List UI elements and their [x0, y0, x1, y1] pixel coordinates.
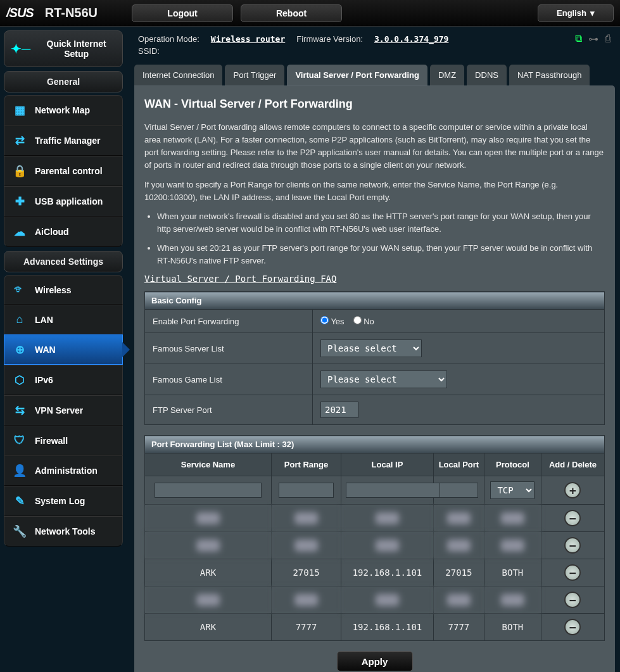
language-label: English: [557, 8, 586, 18]
nav-label: Administration: [35, 466, 98, 476]
pf-add-button[interactable]: +: [564, 482, 581, 498]
pf-cell: 7777: [433, 614, 484, 641]
pf-delete-button[interactable]: −: [564, 537, 581, 554]
note-bullet-1: When your network's firewall is disabled…: [157, 210, 605, 236]
nav-label: VPN Server: [35, 405, 83, 415]
pf-col-local-port: Local Port: [433, 453, 484, 476]
sidebar-item-traffic-manager[interactable]: ⇄Traffic Manager: [4, 125, 123, 156]
nav-label: IPv6: [35, 375, 53, 385]
reboot-button[interactable]: Reboot: [241, 4, 342, 22]
pf-col-protocol: Protocol: [484, 453, 541, 476]
apply-button[interactable]: Apply: [337, 651, 413, 671]
pf-delete-button[interactable]: −: [564, 564, 581, 581]
note-bullet-2: When you set 20:21 as your FTP server's …: [157, 242, 605, 267]
pf-cell: 192.168.1.101: [341, 614, 434, 641]
pf-col-port-range: Port Range: [272, 453, 341, 476]
famous-game-label: Famous Game List: [145, 364, 313, 395]
pf-delete-button[interactable]: −: [564, 592, 581, 608]
pf-protocol-select[interactable]: TCP: [490, 481, 535, 499]
pf-range-input[interactable]: [279, 483, 334, 498]
nav-icon: ⇄: [12, 134, 27, 148]
pf-delete-button[interactable]: −: [564, 510, 581, 526]
pf-localport-input[interactable]: [440, 483, 478, 498]
tab-ddns[interactable]: DDNS: [467, 65, 507, 86]
sidebar-item-wan[interactable]: ⊕WAN: [4, 334, 123, 365]
nav-icon: ✎: [12, 494, 27, 508]
op-mode-link[interactable]: Wireless router: [211, 34, 285, 44]
pf-cell: ████: [484, 505, 541, 532]
nav-label: Traffic Manager: [35, 136, 100, 146]
tab-nat-passthrough[interactable]: NAT Passthrough: [509, 65, 590, 86]
pf-cell: 27015: [272, 559, 341, 586]
nav-label: System Log: [35, 496, 85, 506]
nav-icon: 🛡: [12, 434, 27, 447]
tab-port-trigger[interactable]: Port Trigger: [225, 65, 284, 86]
tab-virtual-server-port-forwarding[interactable]: Virtual Server / Port Forwarding: [287, 65, 427, 86]
pf-cell: ████: [484, 586, 541, 614]
famous-server-label: Famous Server List: [145, 333, 313, 364]
sidebar-item-administration[interactable]: 👤Administration: [4, 455, 123, 486]
brand-logo: /SUS: [6, 6, 34, 20]
ftp-port-label: FTP Server Port: [145, 395, 313, 425]
no-text: No: [364, 317, 374, 326]
chevron-down-icon: ▾: [590, 8, 595, 18]
pf-cell: ████: [341, 532, 434, 559]
fw-version-link[interactable]: 3.0.0.4.374_979: [374, 34, 448, 44]
language-select[interactable]: English ▾: [538, 4, 614, 22]
nav-label: Parental control: [35, 166, 103, 176]
sidebar-item-system-log[interactable]: ✎System Log: [4, 486, 123, 516]
nav-icon: ✚: [12, 194, 27, 208]
nav-icon: 🔒: [12, 164, 27, 178]
nav-label: LAN: [35, 315, 53, 325]
ssid-label: SSID:: [138, 46, 160, 56]
sidebar-item-aicloud[interactable]: ☁AiCloud: [4, 217, 123, 247]
sidebar-item-lan[interactable]: ⌂LAN: [4, 305, 123, 334]
pf-cell: ████: [272, 505, 341, 532]
yes-text: Yes: [331, 317, 344, 326]
sidebar-item-parental-control[interactable]: 🔒Parental control: [4, 156, 123, 186]
sidebar-item-wireless[interactable]: ᯤWireless: [4, 275, 123, 305]
pf-cell: ████: [341, 586, 434, 614]
enable-pf-label: Enable Port Forwarding: [145, 310, 313, 333]
tab-internet-connection[interactable]: Internet Connection: [134, 65, 222, 86]
model-name: RT-N56U: [45, 6, 98, 20]
pf-cell: ████: [433, 586, 484, 614]
pf-service-input[interactable]: [155, 483, 261, 498]
nav-icon: ⬡: [12, 373, 27, 387]
pf-cell: 27015: [433, 559, 484, 586]
pf-col-add-delete: Add / Delete: [541, 453, 604, 476]
nav-icon: ⌂: [12, 313, 27, 326]
pf-localip-combo[interactable]: ▼: [346, 483, 428, 498]
pf-cell: 192.168.1.101: [341, 559, 434, 586]
enable-pf-yes[interactable]: Yes: [320, 316, 345, 326]
famous-game-select[interactable]: Please select: [320, 371, 447, 388]
pf-cell: 7777: [272, 614, 341, 641]
enable-pf-no[interactable]: No: [353, 316, 374, 326]
faq-link[interactable]: Virtual Server / Port Forwarding FAQ: [144, 274, 336, 284]
sidebar-item-ipv6[interactable]: ⬡IPv6: [4, 365, 123, 395]
usb-status-icon: ⊶: [588, 33, 598, 45]
quick-internet-setup[interactable]: ✦⁠─ Quick Internet Setup: [4, 30, 123, 67]
ftp-port-input[interactable]: [320, 402, 358, 418]
famous-server-select[interactable]: Please select: [320, 339, 422, 357]
sidebar-item-network-tools[interactable]: 🔧Network Tools: [4, 516, 123, 547]
sidebar-item-firewall[interactable]: 🛡Firewall: [4, 426, 123, 455]
page-title: WAN - Virtual Server / Port Forwarding: [144, 98, 605, 111]
pf-cell: ████: [145, 586, 272, 614]
basic-config-header: Basic Config: [145, 292, 605, 310]
pf-cell: ARK: [145, 614, 272, 641]
sidebar-item-vpn-server[interactable]: ⇆VPN Server: [4, 395, 123, 426]
pf-cell: ████: [272, 532, 341, 559]
desc-para-1: Virtual Server / Port forwarding allows …: [144, 121, 605, 172]
pf-cell: BOTH: [484, 614, 541, 641]
pf-col-service-name: Service Name: [145, 453, 272, 476]
fw-label: Firmware Version:: [296, 34, 363, 44]
quick-setup-label: Quick Internet Setup: [37, 39, 116, 59]
tab-dmz[interactable]: DMZ: [430, 65, 464, 86]
nav-icon: 👤: [12, 464, 27, 478]
nav-label: Firewall: [35, 436, 68, 446]
logout-button[interactable]: Logout: [132, 4, 233, 22]
pf-delete-button[interactable]: −: [564, 619, 581, 635]
sidebar-item-usb-application[interactable]: ✚USB application: [4, 186, 123, 217]
sidebar-item-network-map[interactable]: ▦Network Map: [4, 95, 123, 125]
